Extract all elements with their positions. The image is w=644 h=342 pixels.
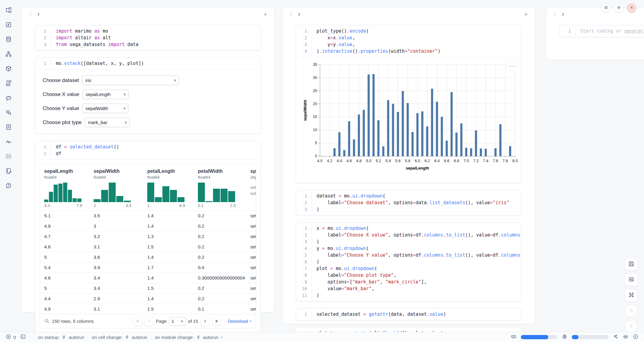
- y-value-select[interactable]: sepalWidth: [82, 104, 128, 113]
- table-row[interactable]: 5.43.91.70.4setosa: [40, 262, 256, 273]
- runtime-config-item[interactable]: on module change:autorun∨: [155, 335, 223, 340]
- bar: [382, 146, 385, 156]
- stop-button[interactable]: [625, 305, 638, 317]
- chart-menu-button[interactable]: [506, 61, 517, 72]
- editor-placeholder[interactable]: Start coding or generate with: [580, 28, 644, 34]
- column-name: species: [250, 169, 256, 174]
- table-footer: 150 rows, 5 columns Page 1 of 15 Downloa…: [40, 314, 256, 328]
- cell-empty[interactable]: 1 Start coding or generate with: [560, 25, 644, 37]
- svg-text:5.4: 5.4: [385, 159, 391, 163]
- plot-type-select[interactable]: mark_bar: [85, 118, 130, 127]
- config-label: on module change:: [155, 335, 194, 340]
- table-cell: 1.7: [143, 262, 194, 273]
- column-next-button[interactable]: [559, 10, 567, 18]
- shortcuts-button[interactable]: [624, 289, 638, 302]
- bar: [451, 92, 453, 156]
- svg-text:5.6: 5.6: [395, 159, 400, 163]
- column-header[interactable]: speciesobjectuniquenulls:: [246, 164, 256, 211]
- table-row[interactable]: 4.931.40.2setosa: [40, 221, 256, 231]
- column-header[interactable]: sepalLengthfloat644.37.9: [40, 164, 89, 211]
- sidebar-button-tracing[interactable]: [3, 137, 14, 148]
- cell-vstack[interactable]: 1mo.vstack([dataset, x, y, plot]) Choose…: [35, 57, 261, 134]
- code-line: 3from vega_datasets import data: [35, 41, 256, 48]
- line-number: 11: [296, 292, 312, 299]
- search-icon[interactable]: [44, 318, 49, 324]
- download-button[interactable]: Download∨: [228, 319, 252, 324]
- first-page-button[interactable]: [133, 317, 142, 326]
- dataset-select[interactable]: iris: [82, 76, 179, 85]
- sidebar-button-file-tree[interactable]: [3, 5, 14, 16]
- add-cell-button[interactable]: [261, 10, 269, 18]
- column-prev-button[interactable]: [27, 10, 34, 18]
- table-row[interactable]: 5.13.51.40.2setosa: [40, 211, 256, 221]
- code-text: df: [56, 150, 61, 157]
- cell-xyplot-dropdowns[interactable]: 1⌄x = mo.ui.dropdown(2 label="Choose X v…: [296, 222, 521, 301]
- table-row[interactable]: 53.41.50.2setosa: [40, 283, 256, 294]
- terminal-button[interactable]: [20, 334, 26, 340]
- sidebar-button-dependency-graph[interactable]: [3, 49, 14, 60]
- notebook-column-right: 1 Start coding or generate with: [546, 8, 644, 60]
- table-row[interactable]: 4.63.41.40.30000000000000004setosa: [40, 273, 256, 283]
- next-page-button[interactable]: [200, 317, 210, 326]
- sidebar-button-database[interactable]: [3, 35, 14, 45]
- config-value: autorun: [203, 335, 219, 340]
- runtime-config-item[interactable]: on startup:autorun: [38, 335, 84, 340]
- svg-text:6.2: 6.2: [424, 159, 430, 163]
- runtime-config-item[interactable]: on cell change:autorun: [92, 335, 147, 340]
- prev-page-button[interactable]: [145, 317, 154, 326]
- table-row[interactable]: 4.42.91.40.2setosa: [40, 294, 256, 304]
- table-row[interactable]: 4.93.11.50.1setosa: [40, 304, 256, 314]
- last-page-button[interactable]: [212, 317, 221, 326]
- connection-status-button[interactable]: [633, 334, 639, 340]
- column-type: object: [250, 175, 256, 180]
- add-cell-button[interactable]: [522, 10, 530, 18]
- save-button[interactable]: [624, 258, 638, 271]
- cell-plot[interactable]: 1⌄plot_type().encode(2 x=x.value,3 y=y.v…: [296, 25, 521, 183]
- column-prev-button[interactable]: [551, 10, 559, 18]
- menu-button[interactable]: [601, 3, 611, 13]
- column-header[interactable]: sepalWidthfloat6424.4: [89, 164, 143, 211]
- table-row[interactable]: 4.63.11.50.2setosa: [40, 242, 256, 252]
- svg-text:0: 0: [315, 154, 317, 158]
- svg-text:4.0: 4.0: [317, 159, 322, 163]
- ai-button[interactable]: [613, 334, 618, 340]
- bar-chart[interactable]: 4.04.24.44.64.85.05.25.45.65.86.06.26.46…: [302, 60, 521, 180]
- table-cell: 0.2: [194, 221, 246, 231]
- cell-dataset-dropdown[interactable]: 1⌄dataset = mo.ui.dropdown(2 label="Choo…: [296, 190, 521, 216]
- svg-text:6.4: 6.4: [434, 159, 439, 163]
- cell-selected-dataset[interactable]: 1selected_dataset = getattr(data, datase…: [296, 308, 521, 320]
- sidebar-button-logs[interactable]: [3, 79, 14, 89]
- x-value-select[interactable]: sepalLength: [82, 90, 129, 99]
- sidebar-button-function[interactable]: [3, 20, 14, 30]
- page-select[interactable]: 1: [169, 317, 186, 326]
- notebook-actions: [624, 258, 638, 333]
- column-header[interactable]: petalLengthfloat6416.9: [143, 164, 194, 211]
- table-row[interactable]: 4.73.21.30.2setosa: [40, 231, 256, 242]
- column-prev-button[interactable]: [287, 10, 295, 18]
- dependency-graph-icon: [5, 51, 12, 59]
- settings-button[interactable]: [614, 3, 624, 13]
- sidebar-button-help[interactable]: [3, 181, 14, 191]
- code-text: ): [317, 238, 319, 245]
- table-row[interactable]: 53.61.40.2setosa: [40, 252, 256, 262]
- run-button[interactable]: [625, 320, 638, 333]
- column-next-button[interactable]: [295, 10, 303, 18]
- sidebar-button-package[interactable]: [3, 64, 14, 74]
- sidebar-button-chat-bot[interactable]: [3, 93, 14, 104]
- config-value: autorun: [132, 335, 147, 340]
- copilot-button[interactable]: [623, 334, 628, 340]
- cell-dataframe[interactable]: 1df = selected_dataset()2df sepalLengthf…: [35, 141, 261, 333]
- table-cell: 0.2: [194, 252, 246, 262]
- sidebar-button-scratchpad-search[interactable]: [3, 108, 14, 118]
- sidebar-button-notebook-edit[interactable]: [3, 166, 14, 177]
- line-number: 5: [296, 252, 312, 258]
- cell-imports[interactable]: 1import marimo as mo2import altair as al…: [35, 25, 261, 51]
- sidebar-button-document[interactable]: [3, 123, 14, 133]
- table-cell: 1.5: [143, 283, 194, 294]
- column-next-button[interactable]: [34, 10, 42, 18]
- column-header[interactable]: petalWidthfloat640.12.5: [194, 164, 246, 211]
- close-button[interactable]: [627, 3, 636, 13]
- sidebar-button-snippets[interactable]: [3, 152, 14, 162]
- errors-indicator[interactable]: 0: [5, 334, 16, 340]
- layout-button[interactable]: [624, 273, 638, 286]
